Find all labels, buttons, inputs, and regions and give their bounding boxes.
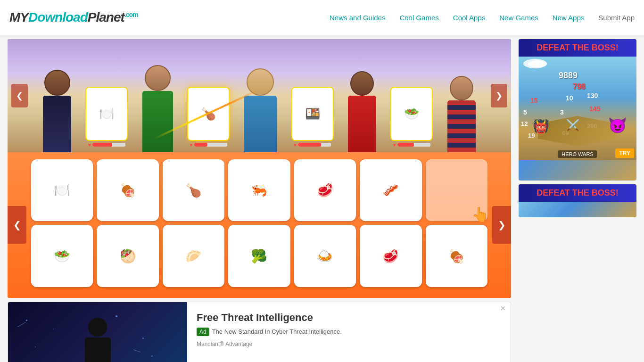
game-card-3: 🍱 ♥ xyxy=(291,87,334,148)
ad-section: Free Threat Intelligence Ad The New Stan… xyxy=(8,302,511,362)
food-grid-row1: 🍽️ 🍖 🍗 🦐 🥩 🥓 👆 xyxy=(31,159,487,221)
score-10: 10 xyxy=(566,94,573,102)
knight-center: ⚔️ xyxy=(566,119,580,132)
game-card-4: 🥗 ♥ xyxy=(390,87,433,148)
food-item-5[interactable]: 🥩 xyxy=(294,159,356,221)
char4-body xyxy=(348,96,376,152)
score-5: 5 xyxy=(523,108,527,116)
score-12: 12 xyxy=(521,120,528,127)
right-ad-1[interactable]: DEFEAT THE BOSS! 9889 798 15 10 130 5 3 … xyxy=(519,39,636,181)
char3-body xyxy=(244,96,277,152)
food-item-3[interactable]: 🍗 xyxy=(163,159,224,221)
ad-source: Mandiant® Advantage xyxy=(197,341,501,347)
ad-section-wrapper: Free Threat Intelligence Ad The New Stan… xyxy=(8,302,511,362)
ad-description: The New Standard In Cyber Threat Intelli… xyxy=(212,328,342,335)
character-4 xyxy=(348,71,376,152)
food-item-2[interactable]: 🍖 xyxy=(97,159,158,221)
score-798: 798 xyxy=(573,82,586,91)
logo-com: .com xyxy=(124,11,138,18)
nav-submit-app[interactable]: Submit App xyxy=(598,14,635,22)
char1-head xyxy=(44,70,70,96)
score-15: 15 xyxy=(530,97,538,104)
ad-badge: Ad xyxy=(197,328,209,336)
hero-wars-brand: HERO WARS xyxy=(558,150,597,158)
ad-close-button[interactable]: ✕ xyxy=(500,304,506,312)
character-5 xyxy=(447,76,476,152)
logo[interactable]: MYDownloadPlanet.com xyxy=(9,10,138,25)
food-item-14[interactable]: 🍖 xyxy=(426,225,487,287)
food-grid-prev-button[interactable]: ❮ xyxy=(8,206,26,244)
monster-left: 👹 xyxy=(533,119,549,134)
game-card-2: 🍗 ♥ xyxy=(187,87,230,148)
nav-news-and-guides[interactable]: News and Guides xyxy=(330,14,385,22)
banner-next-button[interactable]: ❯ xyxy=(491,84,507,107)
banner-prev-button[interactable]: ❮ xyxy=(11,84,28,107)
char2-head xyxy=(145,65,171,91)
right-ad2-header: DEFEAT THE BOSS! xyxy=(519,184,636,202)
food-item-12[interactable]: 🍛 xyxy=(294,225,356,287)
header: MYDownloadPlanet.com News and Guides Coo… xyxy=(0,0,644,35)
char3-head xyxy=(247,68,274,96)
right-ad1-header: DEFEAT THE BOSS! xyxy=(519,39,636,57)
food-item-9[interactable]: 🥙 xyxy=(97,225,158,287)
game-scene: ❮ 🍽️ ♥ xyxy=(8,39,511,152)
food-item-8[interactable]: 🥗 xyxy=(31,225,93,287)
food-item-11[interactable]: 🥦 xyxy=(228,225,290,287)
score-3: 3 xyxy=(560,108,564,116)
nav-new-games[interactable]: New Games xyxy=(499,14,538,22)
game-card-1: 🍽️ ♥ xyxy=(85,87,128,148)
score-9889: 9889 xyxy=(559,71,578,81)
food-grid-row2: 🥗 🥙 🥟 🥦 🍛 🥩 🍖 xyxy=(31,225,487,287)
char5-head xyxy=(450,76,473,100)
food-item-10[interactable]: 🥟 xyxy=(163,225,224,287)
score-130: 130 xyxy=(587,92,598,99)
main-content: ❮ 🍽️ ♥ xyxy=(0,35,644,362)
food-grid-next-button[interactable]: ❯ xyxy=(492,206,511,244)
food-item-1[interactable]: 🍽️ xyxy=(31,159,93,221)
food-item-4[interactable]: 🦐 xyxy=(228,159,290,221)
food-item-7[interactable]: 👆 xyxy=(426,159,487,221)
right-section: DEFEAT THE BOSS! 9889 798 15 10 130 5 3 … xyxy=(519,39,636,362)
food-item-6[interactable]: 🥓 xyxy=(360,159,421,221)
main-nav: News and Guides Cool Games Cool Apps New… xyxy=(330,14,635,22)
nav-cool-games[interactable]: Cool Games xyxy=(399,14,438,22)
char2-body xyxy=(142,91,173,152)
ad-content: Free Threat Intelligence Ad The New Stan… xyxy=(187,302,511,362)
ad-image xyxy=(8,302,187,362)
ad-title: Free Threat Intelligence xyxy=(197,312,501,324)
food-item-13[interactable]: 🥩 xyxy=(360,225,421,287)
food-grid-section: ❮ 🍽️ 🍖 🍗 🦐 🥩 🥓 👆 🥗 🥙 xyxy=(8,152,511,298)
character-1 xyxy=(43,70,71,152)
logo-download: Download xyxy=(28,10,88,25)
monster-right: 😈 xyxy=(608,116,627,134)
nav-new-apps[interactable]: New Apps xyxy=(553,14,585,22)
char1-body xyxy=(43,96,71,152)
logo-my: MY xyxy=(9,10,28,25)
score-145: 145 xyxy=(589,105,600,113)
nav-cool-apps[interactable]: Cool Apps xyxy=(453,14,485,22)
game-banner: ❮ 🍽️ ♥ xyxy=(8,39,511,298)
right-ad1-try-button[interactable]: TRY xyxy=(615,148,634,158)
ad-figure xyxy=(85,318,111,362)
right-ad-2[interactable]: DEFEAT THE BOSS! xyxy=(519,184,636,217)
char4-head xyxy=(350,71,374,96)
logo-text: MYDownloadPlanet.com xyxy=(9,10,138,25)
char5-body xyxy=(447,100,476,152)
logo-planet: Planet xyxy=(88,10,124,25)
left-section: ❮ 🍽️ ♥ xyxy=(8,39,511,362)
character-2 xyxy=(142,65,173,152)
character-3 xyxy=(244,68,277,152)
iso-battle-scene: 9889 798 15 10 130 5 3 145 12 19 69 280 … xyxy=(519,57,636,160)
